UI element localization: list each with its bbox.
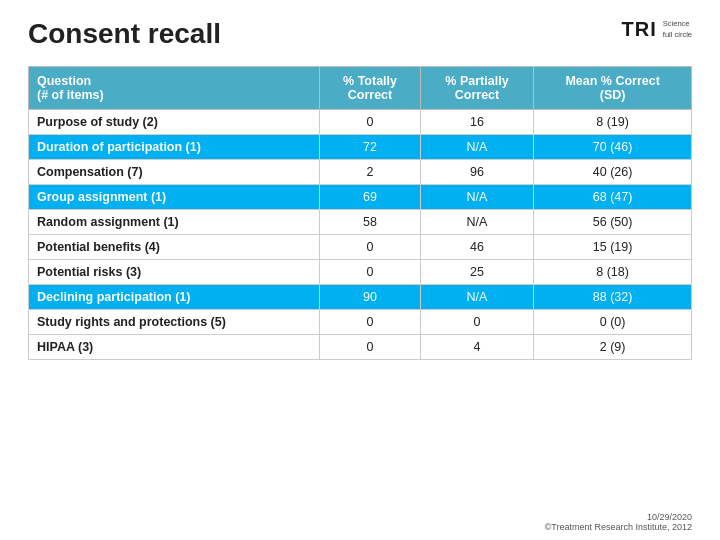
table-row: Compensation (7)29640 (26)	[29, 160, 692, 185]
cell-mean: 68 (47)	[534, 185, 692, 210]
cell-partially: N/A	[420, 210, 534, 235]
cell-label: HIPAA (3)	[29, 335, 320, 360]
col-header-totally: % TotallyCorrect	[320, 67, 420, 110]
cell-totally: 90	[320, 285, 420, 310]
cell-partially: 46	[420, 235, 534, 260]
table-row: Random assignment (1)58N/A56 (50)	[29, 210, 692, 235]
cell-label: Study rights and protections (5)	[29, 310, 320, 335]
logo-tagline: Science full circle	[663, 19, 692, 40]
cell-mean: 2 (9)	[534, 335, 692, 360]
cell-partially: 0	[420, 310, 534, 335]
cell-mean: 40 (26)	[534, 160, 692, 185]
cell-totally: 0	[320, 110, 420, 135]
main-page: Consent recall TRI Science full circle Q…	[0, 0, 720, 540]
cell-totally: 58	[320, 210, 420, 235]
cell-mean: 70 (46)	[534, 135, 692, 160]
cell-partially: 4	[420, 335, 534, 360]
logo-tagline-line2: full circle	[663, 30, 692, 41]
cell-partially: N/A	[420, 285, 534, 310]
cell-totally: 0	[320, 235, 420, 260]
cell-label: Purpose of study (2)	[29, 110, 320, 135]
footer-copyright: ©Treatment Research Institute, 2012	[545, 522, 692, 532]
col-header-question: Question(# of items)	[29, 67, 320, 110]
table-row: Group assignment (1)69N/A68 (47)	[29, 185, 692, 210]
cell-partially: 96	[420, 160, 534, 185]
table-row: Duration of participation (1)72N/A70 (46…	[29, 135, 692, 160]
cell-partially: 25	[420, 260, 534, 285]
page-title: Consent recall	[28, 18, 221, 50]
table-row: Potential risks (3)0258 (18)	[29, 260, 692, 285]
cell-totally: 72	[320, 135, 420, 160]
cell-label: Potential risks (3)	[29, 260, 320, 285]
col-header-mean: Mean % Correct(SD)	[534, 67, 692, 110]
cell-mean: 56 (50)	[534, 210, 692, 235]
cell-partially: 16	[420, 110, 534, 135]
logo-letters: TRI	[622, 18, 657, 41]
footer-date: 10/29/2020	[545, 512, 692, 522]
cell-mean: 0 (0)	[534, 310, 692, 335]
header: Consent recall TRI Science full circle	[28, 18, 692, 50]
cell-mean: 15 (19)	[534, 235, 692, 260]
data-table: Question(# of items) % TotallyCorrect % …	[28, 66, 692, 360]
cell-label: Declining participation (1)	[29, 285, 320, 310]
cell-totally: 0	[320, 335, 420, 360]
cell-totally: 69	[320, 185, 420, 210]
cell-label: Duration of participation (1)	[29, 135, 320, 160]
col-header-partially: % PartiallyCorrect	[420, 67, 534, 110]
cell-totally: 0	[320, 260, 420, 285]
table-row: Study rights and protections (5)000 (0)	[29, 310, 692, 335]
cell-label: Random assignment (1)	[29, 210, 320, 235]
table-row: Potential benefits (4)04615 (19)	[29, 235, 692, 260]
cell-totally: 2	[320, 160, 420, 185]
cell-partially: N/A	[420, 135, 534, 160]
table-header-row: Question(# of items) % TotallyCorrect % …	[29, 67, 692, 110]
cell-label: Group assignment (1)	[29, 185, 320, 210]
table-row: HIPAA (3)042 (9)	[29, 335, 692, 360]
cell-mean: 8 (19)	[534, 110, 692, 135]
cell-label: Compensation (7)	[29, 160, 320, 185]
logo-tagline-line1: Science	[663, 19, 692, 30]
cell-mean: 8 (18)	[534, 260, 692, 285]
cell-partially: N/A	[420, 185, 534, 210]
cell-label: Potential benefits (4)	[29, 235, 320, 260]
cell-totally: 0	[320, 310, 420, 335]
table-row: Declining participation (1)90N/A88 (32)	[29, 285, 692, 310]
table-row: Purpose of study (2)0168 (19)	[29, 110, 692, 135]
logo: TRI Science full circle	[622, 18, 692, 41]
footer: 10/29/2020 ©Treatment Research Institute…	[545, 512, 692, 532]
cell-mean: 88 (32)	[534, 285, 692, 310]
